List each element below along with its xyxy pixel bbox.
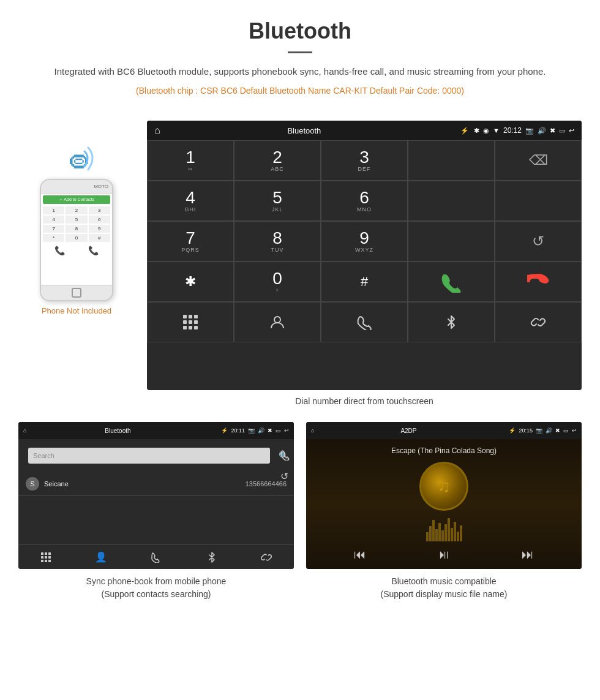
pb-call-side-icon[interactable] [280, 450, 291, 463]
pb-camera-icon: 📷 [248, 427, 255, 434]
dialpad-backspace-button[interactable]: ⌫ [495, 140, 582, 181]
dialpad-key-2[interactable]: 2ABC [234, 140, 321, 181]
eq-bar [444, 524, 447, 541]
phone-dialpad: 1 2 3 4 5 6 7 8 9 * 0 # [43, 206, 110, 242]
phone-mockup: MOTO ＋ Add to Contacts 1 2 3 4 5 6 7 8 9… [40, 179, 113, 301]
phone-bottom-bar [41, 285, 112, 300]
ms-x-icon: ✖ [555, 427, 560, 434]
dialpad-key-8[interactable]: 8TUV [234, 221, 321, 262]
svg-rect-6 [194, 320, 198, 324]
main-section: ⭖ MOTO ＋ Add to Contacts 1 2 3 4 5 6 [0, 115, 600, 422]
header-description: Integrated with BC6 Bluetooth module, su… [37, 64, 563, 79]
eq-bar [448, 518, 450, 541]
dialpad-key-4[interactable]: 4GHI [147, 181, 234, 221]
dialpad-key-7[interactable]: 7PQRS [147, 221, 234, 262]
music-screen: ⌂ A2DP ⚡ 20:15 📷 🔊 ✖ ▭ ↩ Escape (The Pin… [306, 422, 582, 569]
usb-icon: ⚡ [460, 127, 469, 135]
dialpad-caption: Dial number direct from touchscreen [147, 390, 582, 416]
dialpad-key-star[interactable]: ✱ [147, 262, 234, 302]
contact-row[interactable]: S Seicane 13566664466 [18, 472, 294, 496]
phone-key-3: 3 [89, 206, 110, 214]
dialpad-refresh-button[interactable]: ↺ [495, 221, 582, 262]
phonebook-side-buttons: ↺ [280, 450, 291, 482]
eq-bar [451, 528, 453, 541]
svg-rect-15 [45, 556, 47, 559]
phonebook-status-bar: ⌂ Bluetooth ⚡ 20:11 📷 🔊 ✖ ▭ ↩ [18, 422, 294, 439]
pb-toolbar-phone-icon[interactable] [151, 552, 162, 563]
dialpad-key-1[interactable]: 1∞ [147, 140, 234, 181]
dialpad-key-hash[interactable]: # [321, 262, 408, 302]
dialpad-call-button[interactable] [408, 262, 495, 302]
pb-time: 20:11 [231, 427, 245, 434]
dialpad-key-3[interactable]: 3DEF [321, 140, 408, 181]
pb-toolbar-grid-icon[interactable] [40, 552, 51, 563]
dialpad-empty-r3c4 [408, 221, 495, 262]
svg-rect-7 [183, 326, 187, 329]
search-placeholder-text: Search [33, 452, 54, 459]
dialpad-key-9[interactable]: 9WXYZ [321, 221, 408, 262]
pb-toolbar-person-icon[interactable]: 👤 [95, 551, 107, 563]
x-icon: ✖ [550, 127, 555, 135]
ms-screen-title: A2DP [311, 427, 506, 434]
phone-screen-content: ＋ Add to Contacts 1 2 3 4 5 6 7 8 9 * 0 … [41, 194, 112, 285]
screen-title: Bluetooth [153, 126, 456, 135]
status-bar: ⌂ Bluetooth ⚡ ✱ ◉ ▼ 20:12 📷 🔊 ✖ ▭ ↩ [147, 121, 582, 140]
dialpad-key-6[interactable]: 6MNO [321, 181, 408, 221]
time-display: 20:12 [503, 126, 522, 135]
dialpad-key-0[interactable]: 0+ [234, 262, 321, 302]
svg-rect-1 [183, 315, 187, 318]
phone-home-button [72, 288, 81, 298]
pb-refresh-side-icon[interactable]: ↺ [280, 470, 291, 482]
pb-usb-icon: ⚡ [221, 427, 228, 434]
dialpad-empty-r2c4 [408, 181, 495, 221]
music-note-icon: ♫ [438, 476, 451, 496]
svg-point-10 [274, 317, 280, 323]
phonebook-toolbar: 👤 [18, 544, 294, 569]
phone-key-2: 2 [66, 206, 87, 214]
pb-screen-title: Bluetooth [18, 427, 218, 434]
prev-track-button[interactable]: ⏮ [354, 548, 366, 562]
music-caption: Bluetooth music compatible (Support disp… [306, 569, 582, 604]
svg-rect-12 [45, 552, 47, 555]
toolbar-phone-icon[interactable] [321, 302, 408, 342]
phonebook-screen: ⌂ Bluetooth ⚡ 20:11 📷 🔊 ✖ ▭ ↩ Search 🔍 S [18, 422, 294, 569]
toolbar-bluetooth-icon[interactable] [408, 302, 495, 342]
gps-icon: ◉ [483, 127, 489, 135]
equalizer-bars [340, 517, 547, 541]
svg-rect-2 [189, 315, 192, 318]
phone-key-hash: # [89, 234, 110, 242]
pb-toolbar-bluetooth-icon[interactable] [206, 552, 217, 563]
header-divider [288, 51, 312, 53]
pb-toolbar-link-icon[interactable] [261, 552, 272, 563]
toolbar-contacts-icon[interactable] [234, 302, 321, 342]
phone-area: ⭖ MOTO ＋ Add to Contacts 1 2 3 4 5 6 [18, 121, 135, 315]
dialpad-key-5[interactable]: 5JKL [234, 181, 321, 221]
signal-icon: ▼ [493, 127, 500, 134]
dialpad-display-area [408, 140, 495, 181]
svg-rect-17 [41, 560, 43, 562]
phone-key-star: * [43, 234, 64, 242]
head-unit-screen: ⌂ Bluetooth ⚡ ✱ ◉ ▼ 20:12 📷 🔊 ✖ ▭ ↩ [147, 121, 582, 390]
eq-bar [457, 532, 459, 541]
phone-key-6: 6 [89, 216, 110, 224]
dialpad-grid: 1∞ 2ABC 3DEF ⌫ 4GHI 5JKL [147, 140, 582, 342]
next-track-button[interactable]: ⏭ [522, 548, 534, 562]
dialpad-end-call-button[interactable] [495, 262, 582, 302]
phonebook-search-bar[interactable]: Search [28, 448, 270, 464]
ms-back-icon: ↩ [572, 427, 577, 434]
phone-key-0: 0 [66, 234, 87, 242]
toolbar-dialpad-icon[interactable] [147, 302, 234, 342]
page-header: Bluetooth Integrated with BC6 Bluetooth … [0, 0, 600, 115]
svg-rect-4 [183, 320, 187, 324]
phonebook-screen-wrap: ⌂ Bluetooth ⚡ 20:11 📷 🔊 ✖ ▭ ↩ Search 🔍 S [18, 422, 294, 604]
svg-rect-19 [48, 560, 51, 562]
phone-key-1: 1 [43, 206, 64, 214]
music-status-bar: ⌂ A2DP ⚡ 20:15 📷 🔊 ✖ ▭ ↩ [306, 422, 582, 439]
phonebook-caption: Sync phone-book from mobile phone (Suppo… [18, 569, 294, 604]
eq-bar [429, 526, 432, 541]
svg-rect-9 [194, 326, 198, 329]
phone-key-7: 7 [43, 225, 64, 233]
toolbar-link-icon[interactable] [495, 302, 582, 342]
play-pause-button[interactable]: ⏯ [438, 548, 450, 562]
music-screen-wrap: ⌂ A2DP ⚡ 20:15 📷 🔊 ✖ ▭ ↩ Escape (The Pin… [306, 422, 582, 604]
